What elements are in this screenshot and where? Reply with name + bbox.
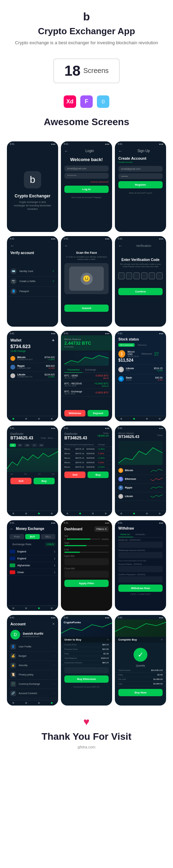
signup-login-link[interactable]: Have an Account? Log In xyxy=(115,190,166,195)
login-button[interactable]: Log In xyxy=(64,186,109,193)
filter-all[interactable]: All xyxy=(38,444,44,447)
code-box-4[interactable] xyxy=(141,272,147,279)
close-icon[interactable]: × xyxy=(52,622,55,626)
nav-home[interactable] xyxy=(120,418,122,420)
menu-user-profile[interactable]: 👤 User Profile › xyxy=(7,642,58,652)
withdraw-button[interactable]: Withdraw xyxy=(64,410,85,417)
nav-market[interactable] xyxy=(133,418,135,420)
open-bid-input[interactable] xyxy=(64,558,109,565)
nav-account[interactable] xyxy=(159,513,161,514)
sell-button[interactable]: Sell xyxy=(64,472,85,478)
code-box-2[interactable] xyxy=(126,272,132,279)
nav-wallet[interactable] xyxy=(146,418,148,420)
dashboard-header: Dashboard Filters X xyxy=(61,525,112,533)
wallet-balance: $734.623 xyxy=(7,344,58,350)
tab-from[interactable]: From xyxy=(10,534,24,539)
buy-ethereum-button[interactable]: Buy Ethereum xyxy=(64,675,109,683)
coin-name: Ripple xyxy=(125,486,132,489)
filter-1m[interactable]: 1M xyxy=(24,444,30,447)
bitcoin-dot xyxy=(10,356,15,361)
menu-security[interactable]: 🔒 Security › xyxy=(7,661,58,670)
nav-wallet[interactable] xyxy=(38,702,40,704)
account-input[interactable] xyxy=(118,566,163,572)
menu-currency-exchange[interactable]: 💱 Currency Exchange › xyxy=(7,680,58,689)
user-email: email@email.com xyxy=(23,635,43,637)
nav-home[interactable] xyxy=(12,513,14,514)
tab-buy[interactable]: BUY xyxy=(25,534,40,539)
menu-budget[interactable]: 💰 Budget › xyxy=(7,652,58,661)
nav-market[interactable] xyxy=(25,513,27,514)
withdraw-button[interactable]: Withdraw Now xyxy=(118,585,163,592)
menu-account-connect[interactable]: 🔗 Account Connect › xyxy=(7,689,58,698)
filter-label[interactable]: Filters X xyxy=(94,526,109,532)
bottom-nav xyxy=(7,605,58,611)
signup-button[interactable]: Register xyxy=(118,181,163,188)
confirm-button[interactable]: Confirm xyxy=(118,288,163,295)
login-register-link[interactable]: Don't have an account? Register xyxy=(61,195,112,200)
nav-account[interactable] xyxy=(105,513,107,514)
tab-ethereum[interactable]: Ethereum xyxy=(136,343,148,347)
nav-account[interactable] xyxy=(51,418,53,420)
nav-wallet[interactable] xyxy=(25,418,27,420)
status-bar: 9:41●●● xyxy=(115,615,166,619)
nav-wallet[interactable] xyxy=(92,513,94,514)
apply-filter-button[interactable]: Apply Filter xyxy=(64,580,109,587)
order-close-icon[interactable]: × xyxy=(107,638,109,641)
filter-1d[interactable]: 1D xyxy=(10,444,16,447)
code-box-3[interactable] xyxy=(134,272,140,279)
order-row-prev: Previous Price $22.96 xyxy=(61,647,112,652)
login-email-input[interactable]: email@gmail.com xyxy=(64,166,109,171)
signup-password-input[interactable]: •••••••• xyxy=(118,173,163,179)
nav-account[interactable] xyxy=(51,702,53,704)
code-box-5[interactable] xyxy=(149,272,155,279)
phone-wallet: 9:41●●● Wallet + $734.623 +0.68 Change B… xyxy=(7,331,58,421)
wallet-add-icon[interactable]: + xyxy=(52,337,55,343)
code-box-1[interactable] xyxy=(118,272,125,279)
nav-home[interactable] xyxy=(66,513,68,514)
buy-button[interactable]: Buy xyxy=(34,478,55,484)
nav-market[interactable] xyxy=(38,418,40,420)
menu-privacy[interactable]: 📜 Privacy policy › xyxy=(7,670,58,680)
tab-transaction[interactable]: Transaction xyxy=(64,367,82,373)
nav-account[interactable] xyxy=(159,418,161,420)
tab-airpay[interactable]: AirPay/Nu... xyxy=(133,532,148,537)
amount-input[interactable] xyxy=(118,552,163,558)
nav-account[interactable] xyxy=(51,513,53,514)
nav-account[interactable] xyxy=(51,607,53,609)
deposit-button[interactable]: Deposit xyxy=(88,410,109,417)
submit-button[interactable]: Submit xyxy=(64,305,109,312)
nav-home[interactable] xyxy=(120,513,122,514)
nav-home[interactable] xyxy=(12,702,14,704)
password-input[interactable] xyxy=(118,576,163,582)
code-box-6[interactable] xyxy=(156,272,163,279)
filter-5d[interactable]: 5D xyxy=(17,444,23,447)
signup-email-input[interactable]: email@gmail.com xyxy=(118,166,163,172)
nav-market[interactable] xyxy=(25,607,27,609)
market-today: Today xyxy=(157,434,163,436)
tab-sell[interactable]: SELL xyxy=(41,534,55,539)
nav-market[interactable] xyxy=(79,513,81,514)
mobile-input[interactable] xyxy=(118,542,163,548)
nav-exchange[interactable] xyxy=(38,607,40,609)
bitcoin-market-screen: 9:41●●● Bitcoin Market BT34625.43 Today xyxy=(115,426,166,516)
nav-wallet[interactable] xyxy=(38,513,40,514)
login-password-input[interactable]: ********** xyxy=(64,173,109,179)
phone-order-to-buy: 9:41●●● CryptoPunks Order to Buy × Curre… xyxy=(61,615,112,706)
tx-amount: -0.0002 BTC-$10.02 xyxy=(95,374,109,379)
tab-all-currencies[interactable]: All Currencies xyxy=(118,343,135,347)
nav-wallet[interactable] xyxy=(146,513,148,514)
amount-input-field[interactable] xyxy=(64,667,109,673)
nav-market[interactable] xyxy=(133,513,135,514)
complete-close-icon[interactable]: × xyxy=(161,638,163,641)
filter-1y[interactable]: 1Y xyxy=(31,444,37,447)
check-icon: ✓ xyxy=(52,280,55,283)
sell-button[interactable]: Sell xyxy=(10,478,31,484)
nav-home[interactable] xyxy=(12,418,14,420)
buy-button[interactable]: Buy xyxy=(88,472,109,478)
nav-home[interactable] xyxy=(12,607,14,609)
tab-mobile[interactable]: Mobile Ad... xyxy=(118,532,133,537)
buy-now-button[interactable]: Buy Now xyxy=(118,689,163,696)
close-bid-input[interactable] xyxy=(64,571,109,578)
nav-market[interactable] xyxy=(25,702,27,704)
tab-exchange[interactable]: Exchange xyxy=(82,367,99,373)
